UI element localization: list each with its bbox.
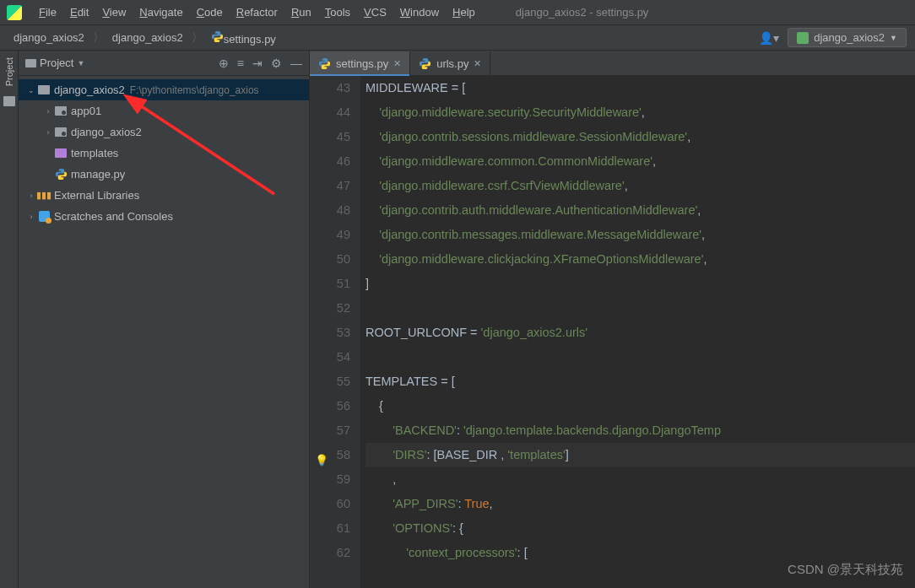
chevron-icon[interactable]: › <box>25 213 37 221</box>
line-number[interactable]: 52 <box>310 296 350 321</box>
breadcrumb-item[interactable]: django_axios2 <box>8 30 89 46</box>
tree-label: django_axios2 <box>54 84 125 96</box>
package-icon <box>54 127 68 137</box>
expand-icon[interactable]: ≡ <box>237 57 244 70</box>
code-line[interactable]: 'django.middleware.csrf.CsrfViewMiddlewa… <box>365 174 915 198</box>
line-number[interactable]: 57 <box>310 418 350 443</box>
chevron-icon[interactable]: › <box>42 107 54 116</box>
line-number[interactable]: 49 <box>310 223 350 247</box>
menu-refactor[interactable]: Refactor <box>230 3 284 22</box>
breadcrumb-item[interactable]: django_axios2 <box>107 30 188 46</box>
bulb-icon[interactable]: 💡 <box>315 448 328 472</box>
project-panel: Project ▼ ⊕ ≡ ⇥ ⚙ — ⌄django_axios2F:\pyt… <box>19 51 310 588</box>
project-tool-tab[interactable]: Project <box>4 57 14 86</box>
code-line[interactable]: 'OPTIONS': { <box>365 516 915 541</box>
code-line[interactable] <box>365 345 915 370</box>
breadcrumb-item[interactable]: settings.py <box>206 29 281 47</box>
line-number[interactable]: 51 <box>310 272 350 296</box>
tree-row[interactable]: manage.py <box>19 164 309 185</box>
line-number[interactable]: 47 <box>310 174 350 198</box>
line-number[interactable]: 55 <box>310 370 350 394</box>
code-line[interactable]: 'APP_DIRS': True, <box>365 492 915 516</box>
tree-row[interactable]: ›▮▮▮External Libraries <box>19 185 309 206</box>
chevron-icon[interactable]: › <box>25 192 37 200</box>
project-tree[interactable]: ⌄django_axios2F:\pythonitems\django_axio… <box>19 76 309 588</box>
line-number[interactable]: 60 <box>310 492 350 516</box>
menu-navigate[interactable]: Navigate <box>133 3 189 22</box>
tree-row[interactable]: ›Scratches and Consoles <box>19 206 309 227</box>
code-line[interactable] <box>365 296 915 321</box>
title-bar: FileEditViewNavigateCodeRefactorRunTools… <box>0 0 915 25</box>
folder-icon <box>37 85 51 94</box>
line-gutter[interactable]: 💡 43444546474849505152535455565758596061… <box>310 76 360 588</box>
close-icon[interactable]: ✕ <box>474 58 481 69</box>
line-number[interactable]: 62 <box>310 541 350 565</box>
locate-icon[interactable]: ⊕ <box>219 57 229 70</box>
code-content[interactable]: MIDDLEWARE = [ 'django.middleware.securi… <box>360 76 915 588</box>
main-menu: FileEditViewNavigateCodeRefactorRunTools… <box>32 3 482 22</box>
line-number[interactable]: 48 <box>310 198 350 223</box>
tree-row[interactable]: ›app01 <box>19 100 309 121</box>
menu-view[interactable]: View <box>95 3 133 22</box>
project-panel-header: Project ▼ ⊕ ≡ ⇥ ⚙ — <box>19 51 309 76</box>
hide-icon[interactable]: — <box>290 57 302 70</box>
line-number[interactable]: 54 <box>310 345 350 370</box>
code-line[interactable]: TEMPLATES = [ <box>365 370 915 394</box>
code-editor[interactable]: 💡 43444546474849505152535455565758596061… <box>310 76 915 588</box>
line-number[interactable]: 46 <box>310 149 350 174</box>
code-line[interactable]: 'BACKEND': 'django.template.backends.dja… <box>365 418 915 443</box>
code-line[interactable]: 'django.contrib.sessions.middleware.Sess… <box>365 125 915 149</box>
tree-row[interactable]: templates <box>19 143 309 164</box>
tree-row[interactable]: ⌄django_axios2F:\pythonitems\django_axio… <box>19 79 309 100</box>
user-icon[interactable]: 👤▾ <box>759 31 779 45</box>
menu-vcs[interactable]: VCS <box>357 3 393 22</box>
folder-icon[interactable] <box>3 96 15 106</box>
menu-edit[interactable]: Edit <box>63 3 95 22</box>
menu-tools[interactable]: Tools <box>318 3 357 22</box>
package-icon <box>54 106 68 116</box>
line-number[interactable]: 45 <box>310 125 350 149</box>
editor-tab-bar: settings.py✕urls.py✕ <box>310 51 915 76</box>
tree-row[interactable]: ›django_axios2 <box>19 121 309 143</box>
line-number[interactable]: 53 <box>310 321 350 345</box>
python-file-icon <box>54 168 68 181</box>
breadcrumb: django_axios2〉django_axios2〉settings.py <box>8 29 281 47</box>
chevron-down-icon[interactable]: ▼ <box>77 59 84 67</box>
code-line[interactable]: 'django.contrib.auth.middleware.Authenti… <box>365 198 915 223</box>
code-line[interactable]: { <box>365 394 915 418</box>
code-line[interactable]: 'django.middleware.clickjacking.XFrameOp… <box>365 247 915 272</box>
editor-tab[interactable]: urls.py✕ <box>410 51 490 75</box>
code-line[interactable]: , <box>365 467 915 492</box>
menu-file[interactable]: File <box>32 3 63 22</box>
chevron-icon[interactable]: ⌄ <box>25 86 37 94</box>
panel-title-label: Project <box>40 57 73 69</box>
code-line[interactable]: ] <box>365 272 915 296</box>
left-gutter[interactable]: Project <box>0 51 19 588</box>
code-line[interactable]: 'django.contrib.messages.middleware.Mess… <box>365 223 915 247</box>
menu-code[interactable]: Code <box>190 3 230 22</box>
menu-run[interactable]: Run <box>284 3 318 22</box>
close-icon[interactable]: ✕ <box>393 58 401 69</box>
code-line[interactable]: MIDDLEWARE = [ <box>365 76 915 100</box>
line-number[interactable]: 50 <box>310 247 350 272</box>
run-config-label: django_axios2 <box>814 31 885 44</box>
menu-help[interactable]: Help <box>446 3 482 22</box>
run-config-selector[interactable]: django_axios2 ▼ <box>788 28 907 47</box>
menu-window[interactable]: Window <box>393 3 446 22</box>
chevron-icon[interactable]: › <box>42 128 54 137</box>
code-line[interactable]: 'django.middleware.security.SecurityMidd… <box>365 100 915 125</box>
breadcrumb-separator-icon: 〉 <box>192 30 203 46</box>
line-number[interactable]: 43 <box>310 76 350 100</box>
collapse-icon[interactable]: ⇥ <box>252 57 263 70</box>
editor-tab[interactable]: settings.py✕ <box>310 51 410 75</box>
code-line[interactable]: 'django.middleware.common.CommonMiddlewa… <box>365 149 915 174</box>
line-number[interactable]: 44 <box>310 100 350 125</box>
line-number[interactable]: 61 <box>310 516 350 541</box>
tree-label: templates <box>71 147 118 159</box>
code-line[interactable]: ROOT_URLCONF = 'django_axios2.urls' <box>365 321 915 345</box>
code-line[interactable]: 'DIRS': [BASE_DIR , 'templates'] <box>365 443 915 467</box>
tree-label: manage.py <box>71 168 125 181</box>
line-number[interactable]: 56 <box>310 394 350 418</box>
gear-icon[interactable]: ⚙ <box>271 57 282 70</box>
window-title: django_axios2 - settings.py <box>516 6 649 19</box>
